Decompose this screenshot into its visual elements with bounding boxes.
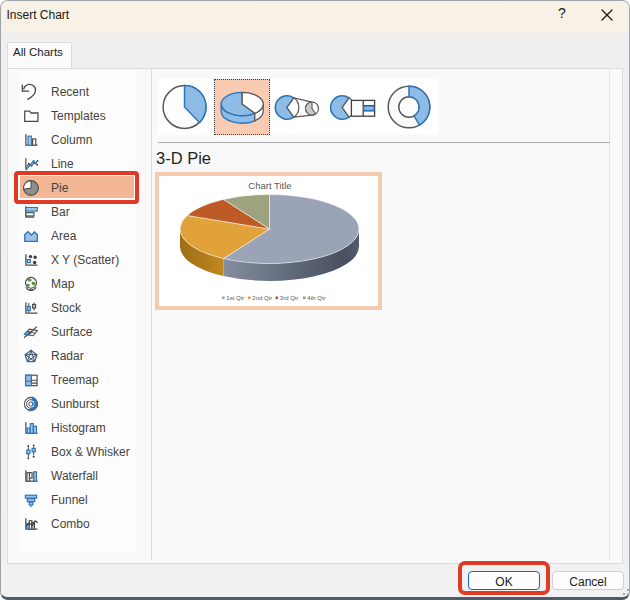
svg-text:4th Qtr: 4th Qtr (307, 295, 325, 301)
svg-text:3rd Qtr: 3rd Qtr (280, 295, 299, 301)
svg-text:1st Qtr: 1st Qtr (226, 295, 244, 301)
svg-text:2nd Qtr: 2nd Qtr (252, 295, 272, 301)
svg-text:Chart Title: Chart Title (248, 180, 291, 191)
